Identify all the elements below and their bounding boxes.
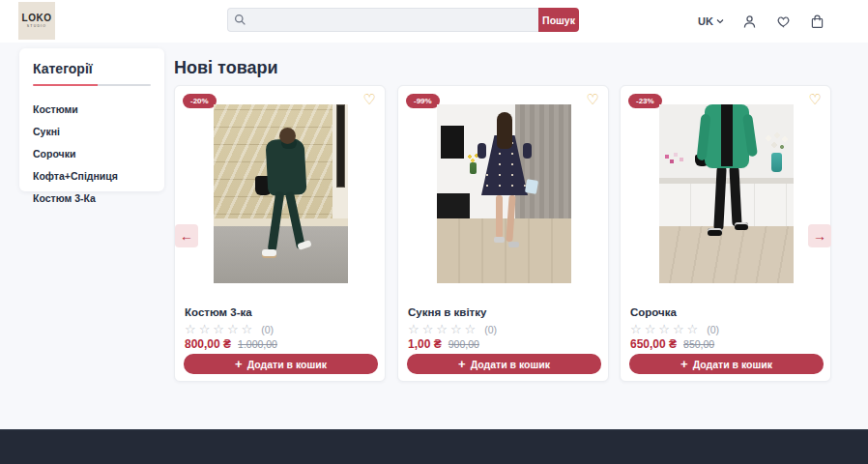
photo-clutch xyxy=(525,179,538,194)
favorite-heart-icon[interactable]: ♡ xyxy=(809,90,822,109)
favorite-heart-icon[interactable]: ♡ xyxy=(587,90,599,109)
plus-icon: + xyxy=(235,358,243,370)
photo-sleeve xyxy=(523,143,532,159)
discount-badge: -23% xyxy=(628,94,662,108)
header-actions: UK xyxy=(698,0,825,43)
cart-bag-icon[interactable] xyxy=(809,14,825,30)
product-photo[interactable] xyxy=(437,104,571,283)
photo-floor xyxy=(437,218,571,283)
price-row: 1,00 ₴ 900,00 xyxy=(408,337,479,351)
current-price: 800,00 ₴ xyxy=(185,337,231,351)
account-icon[interactable] xyxy=(741,14,758,30)
carousel-next-button[interactable]: → xyxy=(808,224,831,247)
photo-leg xyxy=(496,195,503,238)
photo-hair xyxy=(497,112,512,149)
rating-count: (0) xyxy=(484,324,497,335)
footer xyxy=(0,429,868,464)
sidebar-item-kofta-spidnytsia[interactable]: Кофта+Спідниця xyxy=(33,164,151,187)
logo-text: LOKO xyxy=(22,14,52,23)
favorite-heart-icon[interactable]: ♡ xyxy=(363,90,376,109)
rating-row: ☆☆☆☆☆ (0) xyxy=(408,322,497,336)
photo-sleeve xyxy=(477,143,486,159)
wishlist-heart-icon[interactable] xyxy=(775,14,792,30)
product-card: -99% ♡ Сукня в квітку ☆☆☆☆☆ (0) 1,00 ₴ xyxy=(397,85,609,382)
product-title[interactable]: Сукня в квітку xyxy=(408,306,486,318)
sidebar-item-kostiumy[interactable]: Костюми xyxy=(33,98,151,120)
star-rating-icons: ☆☆☆☆☆ xyxy=(408,322,478,336)
product-photo[interactable] xyxy=(214,104,348,283)
photo-white-flowers xyxy=(763,131,792,153)
photo-heel xyxy=(508,242,519,247)
photo-cabinets xyxy=(659,184,794,226)
photo-hair xyxy=(279,128,296,144)
photo-shirt-opening xyxy=(721,104,733,166)
product-card: -20% ♡ Костюм 3-ка ☆☆☆☆☆ (0) 800,00 ₴ 1.… xyxy=(174,85,386,382)
price-row: 800,00 ₴ 1.000,00 xyxy=(185,337,277,351)
star-rating-icons: ☆☆☆☆☆ xyxy=(185,322,255,336)
add-to-cart-button[interactable]: + Додати в кошик xyxy=(629,354,824,374)
rating-count: (0) xyxy=(707,324,719,335)
price-row: 650,00 ₴ 850,00 xyxy=(630,337,714,351)
categories-divider xyxy=(33,84,151,86)
photo-shoe xyxy=(735,222,748,230)
discount-badge: -20% xyxy=(183,94,217,108)
page-title: Нові товари xyxy=(174,58,278,78)
photo-ledge xyxy=(214,218,348,226)
product-title[interactable]: Сорочка xyxy=(630,306,677,318)
product-title[interactable]: Костюм 3-ка xyxy=(185,306,252,318)
rating-row: ☆☆☆☆☆ (0) xyxy=(185,322,274,336)
old-price: 900,00 xyxy=(448,338,479,350)
product-photo[interactable] xyxy=(659,104,794,283)
photo-wood-panel xyxy=(515,104,571,228)
search-icon xyxy=(234,14,246,26)
search-button[interactable]: Пошук xyxy=(538,8,579,32)
photo-shoe xyxy=(708,228,722,236)
product-card: -23% ♡ Сорочка ☆☆☆☆☆ (0) 650,00 ₴ xyxy=(620,85,831,382)
photo-pink-flowers xyxy=(661,151,686,168)
photo-tv xyxy=(441,126,464,159)
add-to-cart-label: Додати в кошик xyxy=(693,359,772,370)
logo[interactable]: LOKO STUDIO xyxy=(18,2,55,40)
carousel-prev-button[interactable]: ← xyxy=(175,224,198,247)
old-price: 850,00 xyxy=(683,338,714,350)
language-selector[interactable]: UK xyxy=(698,15,724,27)
chevron-down-icon xyxy=(716,18,724,24)
current-price: 650,00 ₴ xyxy=(630,337,677,351)
plus-icon: + xyxy=(680,358,688,370)
photo-window xyxy=(336,104,345,188)
star-rating-icons: ☆☆☆☆☆ xyxy=(630,322,701,336)
add-to-cart-label: Додати в кошик xyxy=(247,359,327,370)
search-input[interactable] xyxy=(227,8,538,32)
old-price: 1.000,00 xyxy=(238,338,277,350)
add-to-cart-button[interactable]: + Додати в кошик xyxy=(184,354,378,374)
current-price: 1,00 ₴ xyxy=(408,337,442,351)
categories-panel: Категорії Костюми Сукні Сорочки Кофта+Сп… xyxy=(19,48,164,191)
search-bar: Пошук xyxy=(227,8,579,32)
sidebar-item-kostium-3ka[interactable]: Костюм 3-Ка xyxy=(33,187,151,209)
categories-title: Категорії xyxy=(33,61,151,76)
sidebar-item-sorochky[interactable]: Сорочки xyxy=(33,142,151,164)
header: LOKO STUDIO Пошук UK xyxy=(0,0,868,43)
photo-fireplace xyxy=(437,193,470,218)
discount-badge: -99% xyxy=(406,94,440,108)
photo-floor xyxy=(659,226,794,283)
logo-subtext: STUDIO xyxy=(27,24,46,28)
categories-list: Костюми Сукні Сорочки Кофта+Спідниця Кос… xyxy=(33,98,151,209)
plus-icon: + xyxy=(458,358,466,370)
rating-count: (0) xyxy=(261,324,274,335)
photo-pants xyxy=(729,166,741,226)
photo-heel xyxy=(494,237,505,243)
add-to-cart-button[interactable]: + Додати в кошик xyxy=(407,354,601,374)
language-label: UK xyxy=(698,15,713,27)
photo-shoe xyxy=(262,249,276,256)
rating-row: ☆☆☆☆☆ (0) xyxy=(630,322,719,336)
photo-sidewalk xyxy=(214,226,348,283)
page-background: LOKO STUDIO Пошук UK xyxy=(0,0,868,464)
add-to-cart-label: Додати в кошик xyxy=(471,359,550,370)
photo-vase xyxy=(771,153,782,172)
sidebar-item-sukni[interactable]: Сукні xyxy=(33,120,151,142)
